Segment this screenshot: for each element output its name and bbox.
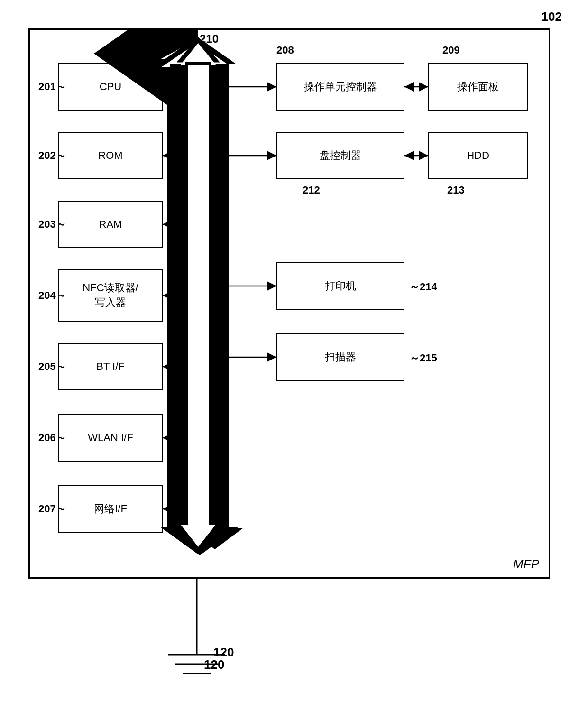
mfp-label: MFP bbox=[513, 557, 539, 572]
svg-marker-17 bbox=[177, 37, 220, 527]
rom-box: ROM bbox=[58, 132, 163, 179]
ref-214: ～214 bbox=[409, 280, 437, 294]
cpu-label: CPU bbox=[100, 81, 121, 93]
op-ctrl-label: 操作单元控制器 bbox=[304, 80, 377, 94]
bt-label: BT I/F bbox=[96, 360, 125, 373]
ram-box: RAM bbox=[58, 201, 163, 248]
printer-label: 打印机 bbox=[325, 279, 356, 293]
svg-rect-5 bbox=[191, 56, 205, 521]
svg-marker-14 bbox=[158, 37, 236, 527]
ref-213: 213 bbox=[447, 184, 465, 196]
svg-marker-19 bbox=[177, 62, 220, 552]
ref-209: 209 bbox=[442, 44, 460, 56]
ref-207: 207～ bbox=[38, 502, 66, 516]
svg-marker-7 bbox=[170, 57, 198, 528]
ref-203: 203～ bbox=[38, 217, 66, 231]
network-box: 网络I/F bbox=[58, 485, 163, 533]
label-210: 210 bbox=[200, 32, 219, 46]
svg-marker-12 bbox=[160, 38, 231, 59]
ref-212: 212 bbox=[303, 184, 320, 196]
svg-rect-11 bbox=[172, 59, 224, 526]
bus-arrow-down bbox=[186, 57, 243, 549]
wlan-label: WLAN I/F bbox=[88, 432, 133, 444]
bt-box: BT I/F bbox=[58, 343, 163, 390]
scanner-box: 扫描器 bbox=[276, 333, 404, 381]
svg-marker-13 bbox=[160, 527, 231, 549]
ref-206: 206～ bbox=[38, 431, 66, 445]
ref-201: 201～ bbox=[38, 80, 66, 94]
bus-up-arrow bbox=[177, 39, 205, 521]
page: 102 MFP CPU 201～ ROM 202～ RAM 203～ NFC读取… bbox=[0, 0, 588, 711]
bus-arrow-up bbox=[158, 37, 210, 528]
cpu-box: CPU bbox=[58, 63, 163, 111]
printer-box: 打印机 bbox=[276, 262, 404, 310]
rom-label: ROM bbox=[98, 149, 122, 162]
label-120-text: 120 bbox=[213, 645, 234, 660]
network-label: 网络I/F bbox=[94, 502, 127, 516]
svg-marker-21 bbox=[181, 65, 216, 547]
ref-215: ～215 bbox=[409, 351, 437, 365]
ref-205: 205～ bbox=[38, 360, 66, 374]
svg-marker-15 bbox=[162, 43, 231, 522]
ref-208: 208 bbox=[276, 44, 294, 56]
op-panel-box: 操作面板 bbox=[428, 63, 528, 111]
ram-label: RAM bbox=[99, 218, 122, 231]
hdd-label: HDD bbox=[467, 149, 489, 162]
mfp-box: MFP CPU 201～ ROM 202～ RAM 203～ NFC读取器/ 写… bbox=[28, 28, 550, 579]
ref-204: 204～ bbox=[38, 288, 66, 303]
ref-202: 202～ bbox=[38, 148, 66, 163]
svg-marker-20 bbox=[177, 62, 220, 552]
svg-marker-18 bbox=[181, 43, 216, 525]
disk-ctrl-box: 盘控制器 bbox=[276, 132, 404, 179]
svg-marker-10 bbox=[186, 528, 243, 549]
label-102: 102 bbox=[542, 9, 562, 24]
nfc-box: NFC读取器/ 写入器 bbox=[58, 269, 163, 322]
disk-ctrl-label: 盘控制器 bbox=[320, 148, 361, 163]
op-panel-label: 操作面板 bbox=[457, 80, 499, 94]
hdd-box: HDD bbox=[428, 132, 528, 179]
op-ctrl-box: 操作单元控制器 bbox=[276, 63, 404, 111]
svg-marker-16 bbox=[160, 64, 239, 555]
wlan-box: WLAN I/F bbox=[58, 414, 163, 462]
nfc-label: NFC读取器/ 写入器 bbox=[83, 281, 138, 310]
svg-marker-9 bbox=[198, 57, 227, 528]
scanner-label: 扫描器 bbox=[325, 350, 356, 364]
bus-bidirectional bbox=[158, 37, 239, 555]
